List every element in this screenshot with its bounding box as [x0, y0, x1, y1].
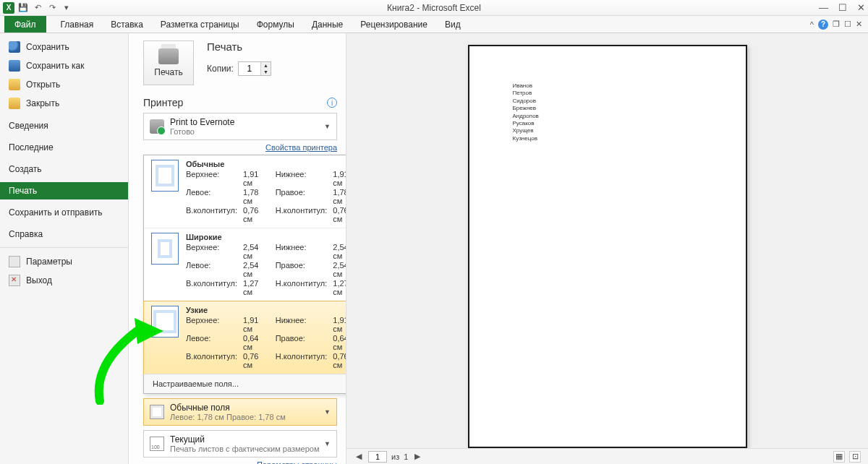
page-setup-link[interactable]: Параметры страницы	[143, 460, 337, 464]
print-preview-pane: ИвановПетровСидоровБрежневАндроповРусако…	[346, 33, 868, 464]
scaling-dd-sub: Печать листов с фактическим размером	[170, 444, 320, 453]
maximize-button[interactable]: ☐	[838, 2, 847, 13]
tab-page-layout[interactable]: Разметка страницы	[152, 16, 248, 33]
preview-cell: Иванов	[513, 82, 740, 90]
printer-name: Print to Evernote	[170, 117, 234, 127]
nav-send-label: Сохранить и отправить	[9, 207, 103, 218]
print-title: Печать	[207, 40, 271, 53]
qat-save-icon[interactable]: 💾	[17, 2, 29, 14]
printer-status: Готово	[170, 127, 234, 136]
minimize-button[interactable]: —	[819, 2, 828, 13]
printer-dropdown[interactable]: Print to Evernote Готово ▼	[143, 113, 337, 140]
print-button[interactable]: Печать	[143, 40, 194, 85]
nav-help-label: Справка	[9, 229, 43, 239]
window-close-icon[interactable]: ✕	[856, 20, 862, 29]
margins-thumb-icon	[151, 160, 179, 192]
window-maximize-icon[interactable]: ☐	[844, 20, 851, 29]
margins-dd-sub: Левое: 1,78 см Правое: 1,78 см	[170, 413, 286, 421]
qat-undo-icon[interactable]: ↶	[32, 2, 43, 14]
printer-icon	[158, 48, 179, 64]
preview-status-bar: ◀ из 1 ▶ ▦ ⊡	[346, 448, 868, 464]
margins-custom-option[interactable]: Настраиваемые поля...	[144, 374, 367, 393]
qat-more-icon[interactable]: ▾	[61, 2, 72, 14]
tab-view[interactable]: Вид	[436, 16, 469, 33]
tab-home[interactable]: Главная	[52, 16, 103, 33]
printer-section-title: Принтер	[143, 97, 183, 108]
close-window-button[interactable]: ✕	[857, 2, 865, 13]
page-sep-label: из	[391, 452, 399, 461]
preview-cell: Кузнецов	[513, 135, 740, 142]
ribbon: Файл Главная Вставка Разметка страницы Ф…	[0, 16, 868, 33]
info-icon[interactable]: i	[327, 98, 337, 108]
next-page-button[interactable]: ▶	[412, 452, 422, 461]
nav-open[interactable]: Открыть	[0, 75, 128, 94]
margins-option-normal[interactable]: ОбычныеВерхнее:1,91 смНижнее:1,91 смЛево…	[144, 155, 367, 228]
tab-file[interactable]: Файл	[4, 16, 46, 33]
nav-info[interactable]: Сведения	[0, 117, 128, 134]
nav-info-label: Сведения	[9, 121, 48, 131]
nav-recent-label: Последние	[9, 142, 54, 152]
title-bar: X 💾 ↶ ↷ ▾ Книга2 - Microsoft Excel — ☐ ✕	[0, 0, 868, 16]
margins-flyout: ОбычныеВерхнее:1,91 смНижнее:1,91 смЛево…	[143, 155, 367, 394]
print-button-label: Печать	[154, 67, 182, 77]
preview-cell: Сидоров	[513, 98, 740, 105]
nav-close-label: Закрыть	[26, 98, 59, 108]
scaling-dropdown[interactable]: Текущий Печать листов с фактическим разм…	[143, 430, 337, 457]
prev-page-button[interactable]: ◀	[354, 452, 364, 461]
margins-option-title: Широкие	[186, 233, 359, 241]
nav-exit[interactable]: Выход	[0, 271, 128, 290]
margins-option-title: Обычные	[186, 160, 359, 168]
ribbon-minimize-icon[interactable]: ^	[810, 20, 814, 29]
copies-input[interactable]	[239, 63, 260, 74]
zoom-to-page-button[interactable]: ⊡	[849, 451, 861, 463]
margins-dropdown[interactable]: Обычные поля Левое: 1,78 см Правое: 1,78…	[143, 398, 337, 426]
nav-save-as-label: Сохранить как	[26, 61, 84, 71]
nav-help[interactable]: Справка	[0, 225, 128, 243]
printer-properties-link[interactable]: Свойства принтера	[143, 143, 337, 152]
print-settings-pane: Печать Печать Копии: ▲▼ Принтер i Print …	[129, 33, 346, 464]
nav-save-label: Сохранить	[26, 42, 69, 52]
margins-option-narrow[interactable]: УзкиеВерхнее:1,91 смНижнее:1,91 смЛевое:…	[143, 301, 367, 374]
scale-icon	[150, 437, 164, 451]
nav-new[interactable]: Создать	[0, 160, 128, 178]
nav-recent[interactable]: Последние	[0, 139, 128, 156]
window-restore-icon[interactable]: ❐	[833, 20, 840, 29]
preview-cell: Хрущев	[513, 127, 740, 134]
show-margins-button[interactable]: ▦	[833, 451, 845, 463]
printer-status-icon	[150, 119, 164, 134]
copies-down-icon[interactable]: ▼	[261, 69, 271, 75]
nav-close[interactable]: Закрыть	[0, 94, 128, 113]
margins-thumb-icon	[151, 233, 179, 265]
help-icon[interactable]: ?	[818, 20, 828, 30]
nav-save-as[interactable]: Сохранить как	[0, 56, 128, 75]
nav-exit-label: Выход	[26, 275, 52, 285]
chevron-down-icon: ▼	[324, 123, 331, 130]
tab-data[interactable]: Данные	[303, 16, 352, 33]
excel-icon: X	[3, 2, 14, 14]
copies-up-icon[interactable]: ▲	[261, 62, 271, 69]
page-total-label: 1	[404, 452, 408, 461]
nav-open-label: Открыть	[26, 80, 60, 90]
nav-save[interactable]: Сохранить	[0, 38, 128, 56]
qat-redo-icon[interactable]: ↷	[46, 2, 58, 14]
margins-dd-title: Обычные поля	[170, 403, 230, 413]
preview-cell: Русаков	[513, 120, 740, 127]
nav-options[interactable]: Параметры	[0, 252, 128, 271]
scaling-dd-title: Текущий	[170, 434, 205, 444]
tab-formulas[interactable]: Формулы	[248, 16, 303, 33]
margins-option-wide[interactable]: ШирокиеВерхнее:2,54 смНижнее:2,54 смЛево…	[144, 228, 367, 301]
preview-cell: Петров	[513, 90, 740, 97]
backstage-nav: Сохранить Сохранить как Открыть Закрыть …	[0, 33, 129, 464]
nav-new-label: Создать	[9, 164, 42, 174]
page-number-field[interactable]	[368, 451, 387, 463]
page-margins-icon	[150, 405, 164, 419]
margins-option-title: Узкие	[186, 306, 359, 314]
copies-label: Копии:	[207, 64, 234, 74]
preview-cell: Андропов	[513, 113, 740, 120]
copies-field[interactable]: ▲▼	[238, 61, 271, 76]
tab-review[interactable]: Рецензирование	[352, 16, 436, 33]
chevron-down-icon: ▼	[324, 440, 331, 447]
nav-print[interactable]: Печать	[0, 182, 128, 199]
tab-insert[interactable]: Вставка	[102, 16, 152, 33]
nav-send[interactable]: Сохранить и отправить	[0, 204, 128, 221]
